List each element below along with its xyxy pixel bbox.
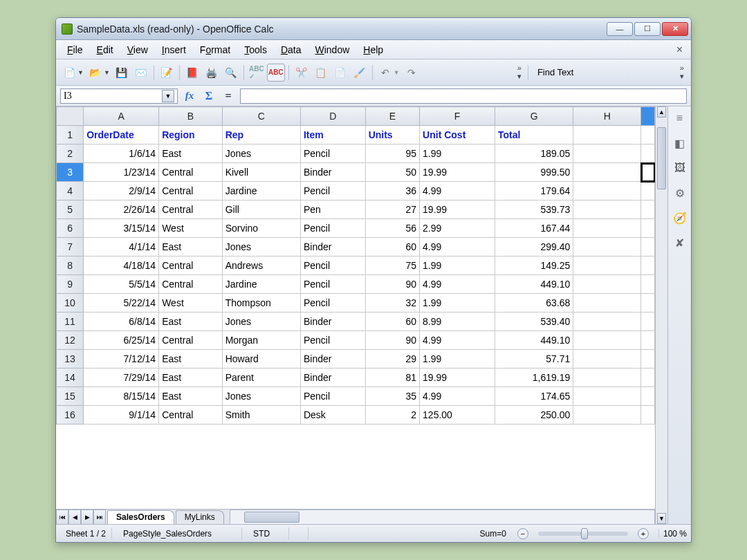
tab-nav-next[interactable]: ▶: [81, 510, 93, 524]
cell[interactable]: 9/1/14: [84, 406, 159, 424]
row-header[interactable]: 9: [57, 275, 84, 294]
cell[interactable]: [573, 256, 641, 275]
col-header-H[interactable]: H: [573, 107, 641, 126]
cell[interactable]: [573, 331, 641, 350]
cell[interactable]: [641, 312, 655, 331]
cell[interactable]: 174.65: [495, 387, 573, 406]
cell[interactable]: West: [159, 219, 223, 238]
col-header-G[interactable]: G: [495, 107, 573, 126]
cell[interactable]: Desk: [300, 406, 365, 424]
col-header-I[interactable]: [641, 107, 655, 126]
redo-button[interactable]: ↷: [403, 64, 421, 82]
autospell-button[interactable]: ABC: [267, 64, 285, 82]
cell[interactable]: 1.99: [420, 350, 495, 368]
cell[interactable]: [641, 387, 655, 406]
cell[interactable]: Pencil: [300, 219, 365, 238]
cell[interactable]: 539.40: [495, 312, 573, 331]
cell[interactable]: Kivell: [222, 163, 300, 182]
document-close-icon[interactable]: ×: [672, 42, 687, 57]
cell[interactable]: [573, 219, 641, 238]
row-header[interactable]: 8: [57, 256, 84, 275]
scroll-up-icon[interactable]: ▲: [657, 106, 666, 118]
cell[interactable]: [573, 312, 641, 331]
cell[interactable]: 4.99: [420, 182, 495, 200]
edit-doc-button[interactable]: 📝: [158, 64, 176, 82]
row-header[interactable]: 3: [57, 163, 84, 182]
cell[interactable]: 19.99: [420, 200, 495, 219]
sidebar-functions-icon[interactable]: ⚙: [672, 185, 688, 200]
row-header[interactable]: 14: [57, 368, 84, 387]
cell[interactable]: 81: [365, 368, 419, 387]
cell[interactable]: West: [159, 294, 223, 312]
spellcheck-button[interactable]: ABC✓: [248, 64, 266, 82]
cell[interactable]: 50: [365, 163, 419, 182]
menu-window[interactable]: Window: [308, 42, 356, 57]
cell[interactable]: Gill: [222, 200, 300, 219]
cell[interactable]: Unit Cost: [420, 126, 495, 144]
cell[interactable]: [641, 350, 655, 368]
sidebar-styles-icon[interactable]: ◧: [672, 136, 688, 151]
cell[interactable]: Total: [495, 126, 573, 144]
cell[interactable]: 27: [365, 200, 419, 219]
menu-view[interactable]: View: [120, 42, 155, 57]
menu-file[interactable]: File: [60, 42, 90, 57]
menu-edit[interactable]: Edit: [90, 42, 120, 57]
row-header[interactable]: 6: [57, 219, 84, 238]
row-header[interactable]: 13: [57, 350, 84, 368]
cell[interactable]: 4/1/14: [84, 238, 159, 256]
cell[interactable]: Central: [159, 200, 223, 219]
row-header[interactable]: 1: [57, 126, 84, 144]
cell[interactable]: Binder: [300, 312, 365, 331]
row-header[interactable]: 7: [57, 238, 84, 256]
col-header-D[interactable]: D: [300, 107, 365, 126]
cell[interactable]: Central: [159, 275, 223, 294]
cell[interactable]: East: [159, 144, 223, 163]
print-button[interactable]: 🖨️: [203, 64, 221, 82]
cell[interactable]: 29: [365, 350, 419, 368]
cell[interactable]: 125.00: [420, 406, 495, 424]
cell[interactable]: Central: [159, 182, 223, 200]
cell[interactable]: 8.99: [420, 312, 495, 331]
cell[interactable]: 449.10: [495, 331, 573, 350]
cell[interactable]: 35: [365, 387, 419, 406]
save-button[interactable]: 💾: [113, 64, 131, 82]
cell[interactable]: [641, 200, 655, 219]
cell[interactable]: 57.71: [495, 350, 573, 368]
export-pdf-button[interactable]: 📕: [183, 64, 201, 82]
cell[interactable]: Andrews: [222, 256, 300, 275]
cell[interactable]: 63.68: [495, 294, 573, 312]
cell[interactable]: 1.99: [420, 256, 495, 275]
undo-button[interactable]: ↶: [376, 64, 394, 82]
cell[interactable]: 36: [365, 182, 419, 200]
cell[interactable]: 2.99: [420, 219, 495, 238]
cell[interactable]: Jardine: [222, 182, 300, 200]
zoom-in-button[interactable]: +: [638, 528, 649, 539]
cell[interactable]: 189.05: [495, 144, 573, 163]
format-paint-button[interactable]: 🖌️: [351, 64, 369, 82]
cell[interactable]: 1.99: [420, 294, 495, 312]
zoom-out-button[interactable]: −: [517, 528, 528, 539]
cell[interactable]: [641, 144, 655, 163]
cell[interactable]: Rep: [222, 126, 300, 144]
cell[interactable]: Central: [159, 256, 223, 275]
cell[interactable]: [573, 200, 641, 219]
cell[interactable]: 6/8/14: [84, 312, 159, 331]
cell[interactable]: Pencil: [300, 256, 365, 275]
cell[interactable]: [641, 219, 655, 238]
cell[interactable]: Binder: [300, 163, 365, 182]
cut-button[interactable]: ✂️: [293, 64, 311, 82]
function-wizard-button[interactable]: fx: [182, 88, 197, 104]
cell[interactable]: [573, 275, 641, 294]
cell[interactable]: 179.64: [495, 182, 573, 200]
row-header[interactable]: 4: [57, 182, 84, 200]
new-doc-button[interactable]: 📄: [60, 64, 78, 82]
cell[interactable]: Units: [365, 126, 419, 144]
cell[interactable]: Pencil: [300, 275, 365, 294]
scrollbar-thumb[interactable]: [657, 127, 666, 189]
dropdown-icon[interactable]: ▼: [162, 90, 174, 102]
cell[interactable]: Central: [159, 331, 223, 350]
cell[interactable]: 8/15/14: [84, 387, 159, 406]
horizontal-scrollbar[interactable]: [230, 510, 655, 524]
cell[interactable]: Jones: [222, 387, 300, 406]
cell[interactable]: [641, 163, 655, 182]
